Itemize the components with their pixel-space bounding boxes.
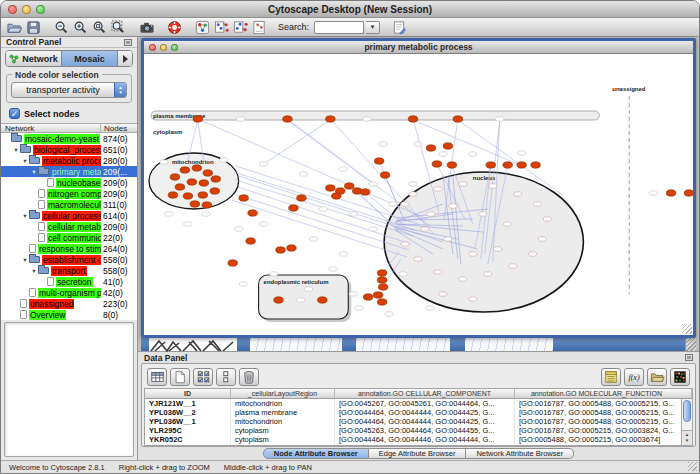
behind-window-edge[interactable] <box>553 338 696 351</box>
network-node[interactable] <box>318 297 328 303</box>
network-node[interactable] <box>380 172 390 178</box>
network-node[interactable] <box>168 192 178 198</box>
network-node[interactable] <box>453 116 463 122</box>
tree-row-metabolic-process[interactable]: ▼metabolic process280(0) <box>1 155 137 166</box>
tab-scroll-right[interactable] <box>118 51 132 66</box>
network-node[interactable] <box>289 205 299 211</box>
table-row[interactable]: YDR039C__1mitochondrion[GO:0044464, GO:0… <box>145 444 692 446</box>
network-node[interactable] <box>377 270 387 276</box>
annotation-icon[interactable] <box>251 19 268 35</box>
network-node[interactable] <box>175 184 185 190</box>
network-node[interactable] <box>426 145 436 151</box>
network-node[interactable] <box>183 193 193 199</box>
network-node[interactable] <box>239 195 249 201</box>
expand-triangle-icon[interactable]: ▼ <box>12 147 20 153</box>
nodes-column-header[interactable]: Nodes <box>101 124 137 133</box>
zoom-out-icon[interactable] <box>53 19 70 35</box>
network-node[interactable] <box>360 189 370 195</box>
new-attribute-icon[interactable] <box>170 368 190 386</box>
network-node[interactable] <box>211 176 221 182</box>
tree-row-transport[interactable]: ▼transport558(0) <box>1 265 137 276</box>
search-config-icon[interactable] <box>391 19 408 35</box>
network-node[interactable] <box>373 292 383 298</box>
scrollbar-thumb[interactable] <box>683 400 691 422</box>
network-node[interactable] <box>486 162 496 168</box>
zoom-view-icon[interactable] <box>171 44 178 51</box>
tab-node-attribute-browser[interactable]: Node Attribute Browser <box>263 448 369 459</box>
float-panel-icon[interactable] <box>685 354 693 361</box>
resize-grip-icon[interactable] <box>685 338 696 351</box>
tab-mosaic[interactable]: Mosaic <box>62 51 118 66</box>
behind-window-edge[interactable] <box>141 338 149 351</box>
behind-window-edge[interactable] <box>237 338 250 351</box>
network-node[interactable] <box>377 299 387 305</box>
network-node[interactable] <box>443 143 453 149</box>
network-node[interactable] <box>503 162 513 168</box>
network-node[interactable] <box>332 193 342 199</box>
tab-edge-attribute-browser[interactable]: Edge Attribute Browser <box>369 448 467 459</box>
network-node[interactable] <box>248 210 258 216</box>
network-node[interactable] <box>344 183 354 189</box>
network-node[interactable] <box>297 195 307 201</box>
node-color-select[interactable]: transporter activity ▲▼ <box>11 82 127 98</box>
network-node[interactable] <box>210 188 220 194</box>
tree-row-nucleobase-[interactable]: nucleobase-209(0) <box>1 177 137 188</box>
table-row[interactable]: YJR121W__1mitochondrion[GO:0045267, GO:0… <box>145 399 692 408</box>
column-header[interactable]: _cellularLayoutRegion <box>231 389 335 398</box>
network-node[interactable] <box>517 162 527 168</box>
window-titlebar[interactable]: Cytoscape Desktop (New Session) <box>1 1 699 18</box>
column-header[interactable]: annotation.GO MOLECULAR_FUNCTION <box>515 389 692 398</box>
import-attributes-folder-icon[interactable] <box>647 368 667 386</box>
minimize-window-icon[interactable] <box>22 5 31 14</box>
delete-attribute-trash-icon[interactable] <box>239 368 259 386</box>
resize-grip-icon[interactable] <box>682 324 692 334</box>
network-window-titlebar[interactable]: primary metabolic process <box>144 41 693 54</box>
tree-row-secretion[interactable]: secretion41(0) <box>1 276 137 287</box>
scrollbar-arrows[interactable]: ▲▼ <box>682 430 692 445</box>
minimize-view-icon[interactable] <box>160 44 167 51</box>
table-row[interactable]: YPL036W__1mitochondrion[GO:0044464, GO:0… <box>145 417 692 426</box>
table-row[interactable]: YKR052Ccytoplasm[GO:0044464, GO:0044446,… <box>145 435 692 444</box>
network-node[interactable] <box>202 202 212 208</box>
select-nodes-checkbox[interactable] <box>9 108 20 119</box>
tree-row-unassigned[interactable]: unassigned223(0) <box>1 298 137 309</box>
zoom-selected-icon[interactable] <box>110 19 127 35</box>
search-input[interactable] <box>314 21 364 34</box>
tree-row-cellular-process[interactable]: ▼cellular process614(0) <box>1 210 137 221</box>
formula-builder-icon[interactable]: f(x) <box>624 368 644 386</box>
column-header[interactable]: ID <box>145 389 231 398</box>
open-file-icon[interactable] <box>6 19 23 35</box>
tree-row-cellular-metabo[interactable]: cellular metabo209(0) <box>1 221 137 232</box>
network-node[interactable] <box>199 180 209 186</box>
tree-row-macromolecule[interactable]: macromolecule311(0) <box>1 199 137 210</box>
network-node[interactable] <box>326 116 336 122</box>
network-node[interactable] <box>326 185 336 191</box>
tree-row-cell-communicat[interactable]: cell communicat22(0) <box>1 232 137 243</box>
expand-triangle-icon[interactable]: ▼ <box>21 158 29 164</box>
network-node[interactable] <box>283 116 293 122</box>
network-node[interactable] <box>193 116 203 122</box>
table-vertical-scrollbar[interactable]: ▲▼ <box>681 399 692 445</box>
tree-row-multi-organism-pro[interactable]: multi-organism pro42(0) <box>1 287 137 298</box>
save-session-icon[interactable] <box>25 19 42 35</box>
tree-row-mosaic-demo-yeast[interactable]: mosaic-demo-yeast874(0) <box>1 133 137 144</box>
plasma-membrane-region[interactable] <box>151 111 599 120</box>
expand-triangle-icon[interactable]: ▼ <box>30 268 38 274</box>
tree-row-biological-process[interactable]: ▼biological_process651(0) <box>1 144 137 155</box>
close-view-icon[interactable] <box>149 44 156 51</box>
column-header[interactable]: annotation.GO CELLULAR_COMPONENT <box>335 389 515 398</box>
help-lifesaver-icon[interactable] <box>166 19 183 35</box>
network-node[interactable] <box>192 165 202 171</box>
network-node[interactable] <box>187 179 197 185</box>
network-node[interactable] <box>374 158 384 164</box>
network-node[interactable] <box>203 170 213 176</box>
tab-network-attribute-browser[interactable]: Network Attribute Browser <box>466 448 574 459</box>
unselect-all-attributes-icon[interactable] <box>216 368 236 386</box>
resize-grip-icon[interactable] <box>688 462 697 471</box>
snapshot-camera-icon[interactable] <box>138 19 155 35</box>
scroll-down-icon[interactable]: ▼ <box>685 438 689 444</box>
network-node[interactable] <box>276 247 286 253</box>
float-panel-icon[interactable] <box>124 39 132 46</box>
network-node[interactable] <box>274 297 284 303</box>
tree-row-nitrogen-compo[interactable]: nitrogen compo209(0) <box>1 188 137 199</box>
